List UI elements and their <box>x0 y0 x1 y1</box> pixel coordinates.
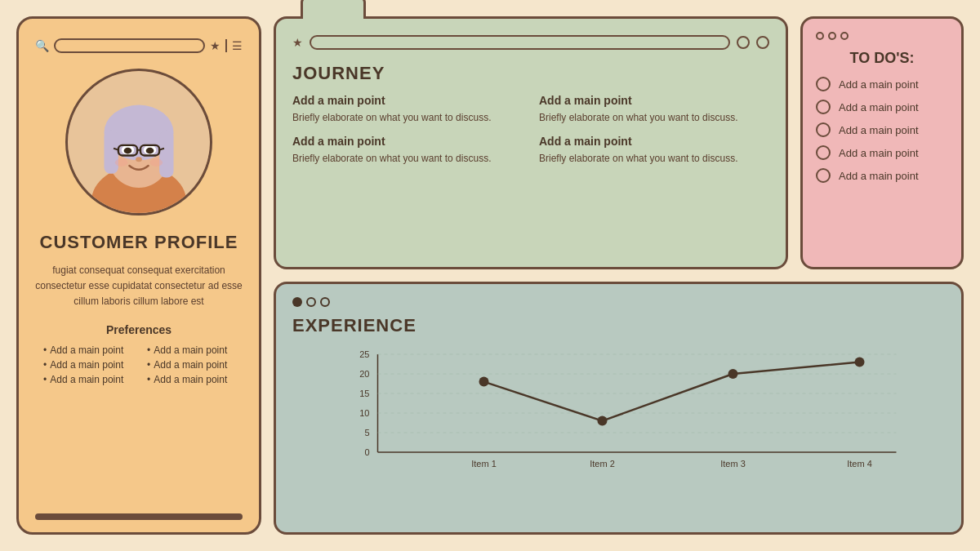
svg-text:Item 1: Item 1 <box>471 459 497 469</box>
todo-checkbox[interactable] <box>816 77 831 91</box>
browser-bar: 🔍 ★ ☰ <box>35 35 243 56</box>
todo-item-label: Add a main point <box>839 147 919 159</box>
exp-dot-3 <box>320 297 330 307</box>
profile-title: CUSTOMER PROFILE <box>40 232 238 253</box>
journey-item-3: Add a main point Briefly elaborate on wh… <box>292 135 523 166</box>
data-point-2 <box>598 416 608 426</box>
dot-green <box>840 32 849 40</box>
svg-point-16 <box>136 157 142 162</box>
dot-red <box>816 32 824 40</box>
data-point-1 <box>479 377 489 387</box>
svg-text:10: 10 <box>359 408 369 418</box>
todo-item-2: Add a main point <box>816 100 948 114</box>
dot-yellow <box>828 32 836 40</box>
todo-checkbox[interactable] <box>816 168 831 183</box>
todo-item-4: Add a main point <box>816 145 948 160</box>
experience-title: EXPERIENCE <box>292 315 945 336</box>
todo-item-label: Add a main point <box>839 78 919 91</box>
journey-item-desc: Briefly elaborate on what you want to di… <box>292 151 523 166</box>
journey-item-1: Add a main point Briefly elaborate on wh… <box>292 94 523 125</box>
profile-description: fugiat consequat consequat exercitation … <box>35 263 243 310</box>
pref-item: Add a main point <box>43 359 131 371</box>
menu-icon: ☰ <box>232 39 243 52</box>
pref-item: Add a main point <box>147 374 234 385</box>
profile-bottom-bar <box>35 513 243 520</box>
journey-tab <box>301 0 366 19</box>
avatar <box>65 69 212 216</box>
journey-circle-1 <box>737 36 750 49</box>
todo-browser-dots <box>816 32 948 40</box>
journey-item-desc: Briefly elaborate on what you want to di… <box>292 110 523 125</box>
chart-svg: 0 5 10 15 20 25 <box>292 346 945 477</box>
svg-text:Item 3: Item 3 <box>720 459 746 469</box>
svg-text:25: 25 <box>359 349 369 359</box>
todo-item-1: Add a main point <box>816 77 948 91</box>
pref-item: Add a main point <box>43 374 131 385</box>
journey-star-icon: ★ <box>292 36 303 49</box>
journey-item-2: Add a main point Briefly elaborate on wh… <box>539 94 769 125</box>
journey-item-title: Add a main point <box>292 94 523 107</box>
data-point-4 <box>855 358 865 367</box>
svg-point-10 <box>146 148 154 154</box>
svg-text:0: 0 <box>364 447 369 457</box>
divider <box>225 39 227 52</box>
exp-dot-2 <box>306 297 316 307</box>
journey-item-title: Add a main point <box>539 135 769 148</box>
pref-item: Add a main point <box>43 344 131 356</box>
journey-item-4: Add a main point Briefly elaborate on wh… <box>539 135 769 166</box>
experience-chart: 0 5 10 15 20 25 <box>292 346 945 477</box>
pref-item: Add a main point <box>147 344 234 356</box>
main-layout: 🔍 ★ ☰ <box>16 16 964 535</box>
todo-checkbox[interactable] <box>816 145 831 160</box>
experience-panel: EXPERIENCE 0 5 10 15 20 25 <box>274 282 964 535</box>
svg-text:Item 2: Item 2 <box>590 459 615 469</box>
svg-text:Item 4: Item 4 <box>847 459 872 469</box>
preferences-title: Preferences <box>106 323 172 336</box>
todo-checkbox[interactable] <box>816 122 831 137</box>
address-bar <box>54 38 205 53</box>
svg-point-9 <box>124 148 132 154</box>
todo-checkbox[interactable] <box>816 100 831 114</box>
journey-item-desc: Briefly elaborate on what you want to di… <box>539 110 769 125</box>
exp-browser-dots <box>292 297 945 307</box>
svg-text:20: 20 <box>359 369 369 379</box>
journey-item-title: Add a main point <box>539 94 769 107</box>
todo-item-label: Add a main point <box>839 101 919 113</box>
journey-item-title: Add a main point <box>292 135 523 148</box>
svg-rect-6 <box>159 131 173 178</box>
customer-profile-panel: 🔍 ★ ☰ <box>16 16 261 535</box>
svg-text:15: 15 <box>359 389 369 398</box>
preferences-list: Add a main point Add a main point Add a … <box>35 344 243 385</box>
todo-item-label: Add a main point <box>839 124 919 136</box>
journey-grid: Add a main point Briefly elaborate on wh… <box>292 94 769 166</box>
todo-panel: TO DO'S: Add a main point Add a main poi… <box>800 16 964 269</box>
todo-item-label: Add a main point <box>839 170 919 182</box>
svg-text:5: 5 <box>364 428 369 438</box>
star-icon: ★ <box>210 39 220 52</box>
exp-dot-1 <box>292 297 302 307</box>
journey-address-bar <box>310 35 730 50</box>
data-point-3 <box>728 369 738 379</box>
journey-item-desc: Briefly elaborate on what you want to di… <box>539 151 769 166</box>
svg-point-18 <box>150 158 163 167</box>
journey-panel: ★ JOURNEY Add a main point Briefly elabo… <box>274 16 788 269</box>
journey-title: JOURNEY <box>292 63 769 84</box>
svg-rect-5 <box>104 131 118 174</box>
todo-title: TO DO'S: <box>816 50 948 67</box>
todo-item-5: Add a main point <box>816 168 948 183</box>
search-icon: 🔍 <box>35 39 49 52</box>
todo-item-3: Add a main point <box>816 122 948 137</box>
pref-item: Add a main point <box>147 359 234 371</box>
journey-circle-2 <box>756 36 769 49</box>
svg-point-17 <box>115 158 127 167</box>
journey-browser-bar: ★ <box>292 32 769 53</box>
